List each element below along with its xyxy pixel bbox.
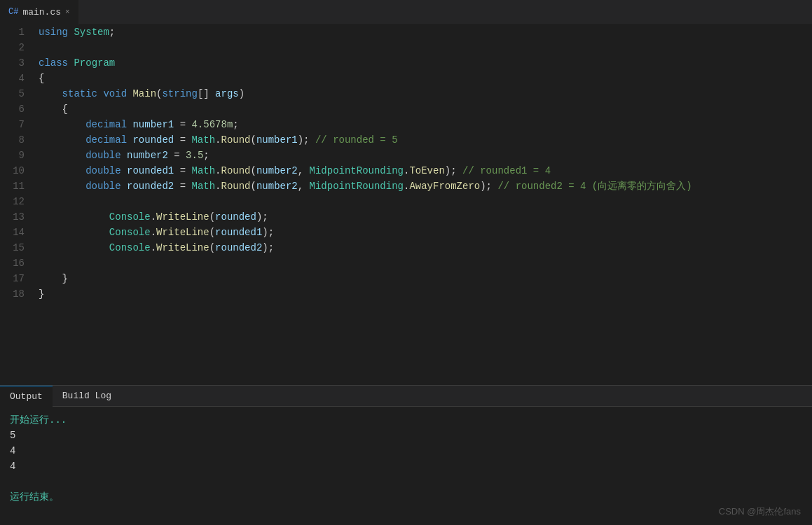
code-line: } (39, 271, 812, 286)
code-line: Console.WriteLine(rounded); (39, 209, 812, 225)
code-line: Console.WriteLine(rounded1); (39, 225, 812, 240)
code-token (39, 165, 85, 176)
code-line: double rounded1 = Math.Round(number2, Mi… (39, 163, 812, 178)
line-number: 3 (4, 55, 25, 71)
output-line: 5 (10, 428, 802, 443)
code-token: . (151, 227, 156, 238)
code-token: MidpointRounding (310, 181, 404, 192)
code-token: number2 (256, 165, 298, 176)
code-line: { (39, 102, 812, 117)
code-line (39, 255, 812, 271)
editor-area: 123456789101112131415161718 using System… (0, 24, 812, 385)
line-number: 4 (4, 71, 25, 86)
code-token: MidpointRounding (310, 165, 404, 176)
code-token: class (39, 57, 68, 69)
line-number: 13 (4, 209, 25, 225)
code-token: } (39, 288, 44, 300)
close-tab-icon[interactable]: × (65, 8, 70, 16)
code-token: = (174, 165, 191, 176)
code-token (121, 150, 127, 161)
code-token: string (162, 88, 197, 99)
code-token (39, 150, 85, 161)
code-line: class Program (39, 55, 812, 71)
code-line: { (39, 71, 812, 86)
code-token: = (174, 181, 191, 192)
code-token: rounded2 (215, 242, 262, 253)
code-token: Round (221, 181, 251, 192)
line-number: 1 (4, 24, 25, 40)
line-number: 9 (4, 148, 25, 163)
code-line: static void Main(string[] args) (39, 86, 812, 102)
code-token: ); (262, 227, 274, 238)
code-token: Math (191, 165, 215, 176)
code-token: decimal (85, 134, 127, 146)
cs-file-icon: C# (8, 7, 18, 17)
tab-filename: main.cs (22, 7, 61, 18)
code-token (39, 227, 109, 238)
code-token: // rounded1 = 4 (462, 165, 551, 176)
code-token: ); (445, 165, 462, 176)
code-token: Console (109, 242, 151, 253)
line-number: 17 (4, 271, 25, 286)
code-token: Console (109, 211, 151, 223)
code-token: Round (221, 134, 250, 146)
panel-tab-buildlog[interactable]: Build Log (53, 386, 121, 407)
code-token: ); (256, 211, 268, 223)
code-token: ; (203, 150, 209, 161)
code-token: ); (298, 134, 315, 146)
code-token: number2 (127, 150, 168, 161)
code-token: 4.5678m (191, 119, 233, 130)
code-token: ( (251, 134, 256, 146)
code-token: double (85, 150, 121, 161)
code-token: Main (132, 88, 156, 99)
code-token: args (215, 88, 239, 99)
panel-tab-output[interactable]: Output (0, 386, 53, 407)
output-line: 4 (10, 443, 802, 458)
output-line (10, 474, 802, 489)
code-token: void (103, 88, 127, 99)
code-token: Console (109, 227, 151, 238)
line-number: 2 (4, 40, 25, 55)
code-token: double (85, 165, 121, 176)
code-token: . (151, 211, 156, 223)
panel-content: 开始运行...544 运行结束。 (0, 407, 812, 525)
code-token (39, 119, 85, 130)
code-token: // rounded = 5 (315, 134, 398, 146)
code-token: number1 (132, 119, 174, 130)
code-token (39, 242, 109, 253)
code-token (39, 181, 85, 192)
code-token: rounded (132, 134, 174, 146)
line-number: 7 (4, 117, 25, 132)
output-line: 运行结束。 (10, 489, 802, 505)
code-line: Console.WriteLine(rounded2); (39, 240, 812, 255)
code-token: Round (221, 165, 251, 176)
tab-bar: C# main.cs × (0, 0, 812, 24)
code-token: AwayFromZero (409, 181, 480, 192)
code-token: ToEven (409, 165, 444, 176)
code-token: rounded1 (215, 227, 262, 238)
code-token: // rounded2 = 4 (向远离零的方向舍入) (497, 181, 691, 192)
code-token: ); (480, 181, 497, 192)
code-lines[interactable]: using System; class Program{ static void… (32, 24, 812, 385)
code-token: { (39, 104, 68, 115)
code-token: using (39, 27, 68, 38)
line-number: 14 (4, 225, 25, 240)
code-line: double number2 = 3.5; (39, 148, 812, 163)
code-token: ( (209, 242, 215, 253)
code-token: . (215, 165, 221, 176)
code-token: ); (262, 242, 274, 253)
code-token (121, 181, 127, 192)
code-token: } (39, 273, 68, 284)
code-token (39, 88, 62, 99)
code-token: double (85, 181, 121, 192)
tab-main-cs[interactable]: C# main.cs × (0, 0, 79, 24)
line-number: 12 (4, 194, 25, 209)
code-token (39, 134, 85, 146)
watermark: CSDN @周杰伦fans (719, 505, 801, 518)
code-token: ( (251, 181, 256, 192)
code-token: . (215, 181, 221, 192)
code-token: WriteLine (156, 242, 209, 253)
output-line: 开始运行... (10, 412, 802, 428)
code-line (39, 194, 812, 209)
code-token: . (151, 242, 156, 253)
